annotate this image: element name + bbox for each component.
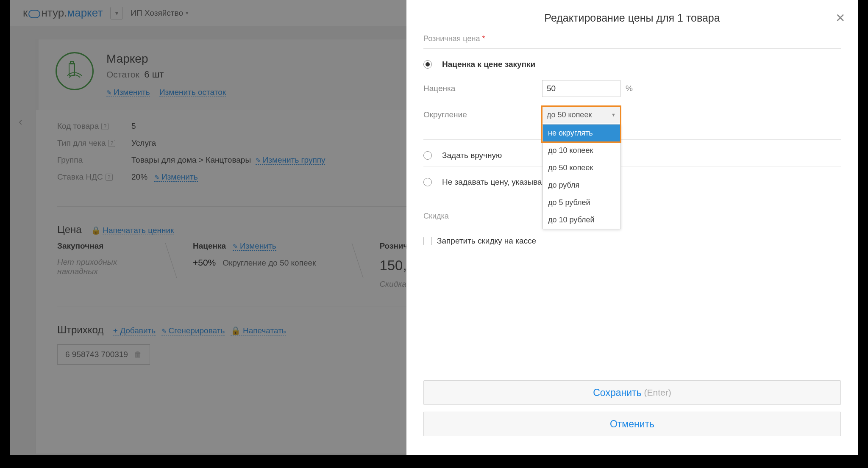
edit-price-panel: Редактирование цены для 1 товара ✕ Розни… bbox=[406, 0, 858, 455]
radio-no-price-label: Не задавать цену, указыва bbox=[442, 177, 542, 187]
rounding-option-5rub[interactable]: до 5 рублей bbox=[543, 194, 620, 211]
rounding-selected-value: до 50 копеек bbox=[547, 111, 592, 119]
save-button[interactable]: Сохранить (Enter) bbox=[423, 380, 841, 405]
radio-manual-label: Задать вручную bbox=[442, 151, 502, 160]
panel-title: Редактирование цены для 1 товара bbox=[544, 12, 720, 24]
rounding-option-ruble[interactable]: до рубля bbox=[543, 177, 620, 194]
rounding-option-none[interactable]: не округлять bbox=[543, 125, 620, 142]
markup-field-label: Наценка bbox=[423, 84, 542, 93]
close-icon[interactable]: ✕ bbox=[835, 11, 845, 25]
forbid-discount-label: Запретить скидку на кассе bbox=[437, 236, 536, 246]
cancel-button[interactable]: Отменить bbox=[423, 412, 841, 436]
rounding-option-50kop[interactable]: до 50 копеек bbox=[543, 159, 620, 177]
required-asterisk: * bbox=[482, 34, 485, 43]
chevron-down-icon: ▼ bbox=[611, 112, 616, 117]
rounding-option-10rub[interactable]: до 10 рублей bbox=[543, 211, 620, 229]
radio-icon bbox=[423, 178, 432, 186]
markup-unit: % bbox=[626, 84, 633, 93]
rounding-select[interactable]: до 50 копеек ▼ не округлять до 10 копеек… bbox=[542, 106, 620, 123]
cancel-label: Отменить bbox=[610, 418, 654, 430]
radio-manual-option[interactable]: Задать вручную bbox=[423, 147, 841, 163]
discount-section-label: Скидка bbox=[423, 212, 841, 221]
radio-icon bbox=[423, 60, 432, 69]
retail-price-label: Розничная цена bbox=[423, 34, 480, 43]
radio-markup-option[interactable]: Наценка к цене закупки bbox=[423, 56, 841, 72]
radio-markup-label: Наценка к цене закупки bbox=[442, 60, 535, 69]
rounding-field-label: Округление bbox=[423, 110, 542, 119]
rounding-dropdown: не округлять до 10 копеек до 50 копеек д… bbox=[542, 124, 621, 229]
markup-input[interactable] bbox=[542, 80, 620, 97]
rounding-option-10kop[interactable]: до 10 копеек bbox=[543, 142, 620, 159]
checkbox-icon bbox=[423, 237, 432, 245]
radio-no-price-option[interactable]: Не задавать цену, указыва bbox=[423, 174, 841, 190]
radio-icon bbox=[423, 151, 432, 160]
save-hint: (Enter) bbox=[644, 388, 671, 398]
save-label: Сохранить bbox=[593, 387, 641, 399]
forbid-discount-checkbox-row[interactable]: Запретить скидку на кассе bbox=[423, 234, 841, 248]
